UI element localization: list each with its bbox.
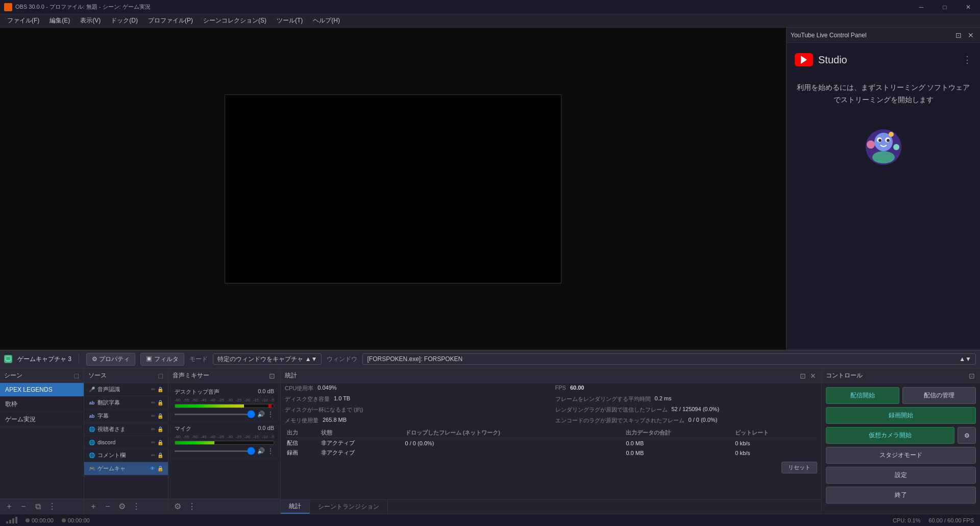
stats-tab-statistics[interactable]: 統計	[281, 500, 310, 514]
youtube-close-button[interactable]: ✕	[966, 30, 976, 40]
filter-button[interactable]: ▣ フィルタ	[140, 353, 184, 366]
mode-label: モード	[189, 355, 208, 364]
lock-icon[interactable]: 🔒	[157, 386, 164, 393]
edit-icon[interactable]: ✏	[151, 452, 156, 459]
desktop-audio-level	[175, 404, 274, 408]
output-table: 出力 状態 ドロップしたフレーム (ネットワーク) 出力データの合計 ビットレー…	[285, 428, 817, 458]
source-item-text1[interactable]: ab 翻訳字幕 ✏ 🔒	[84, 396, 168, 410]
lock-icon[interactable]: 🔒	[157, 426, 164, 433]
edit-icon[interactable]: ✏	[151, 439, 156, 446]
youtube-message: 利用を始めるには、まずストリーミング ソフトウェアでストリーミングを開始します	[795, 82, 972, 106]
add-source-button[interactable]: +	[87, 500, 100, 513]
audio-panel-expand[interactable]: ⊡	[268, 372, 276, 380]
visibility-icon[interactable]: 👁	[150, 465, 156, 472]
minimize-button[interactable]: ─	[910, 0, 933, 14]
menu-file[interactable]: ファイル(F)	[2, 15, 44, 26]
mic-audio-slider[interactable]	[175, 450, 255, 452]
lock-icon[interactable]: 🔒	[157, 452, 164, 459]
window-dropdown[interactable]: [FORSPOKEN.exe]: FORSPOKEN ▲▼	[362, 353, 976, 365]
duplicate-scene-button[interactable]: ⧉	[32, 500, 44, 513]
stats-tab-transition[interactable]: シーントランジション	[310, 500, 388, 514]
source-item-browser1[interactable]: 🌐 視聴者さま ✏ 🔒	[84, 423, 168, 436]
disk-label: ディスク空き容量	[285, 395, 330, 403]
start-recording-button[interactable]: 録画開始	[826, 407, 976, 424]
source-panel-expand[interactable]: □	[158, 372, 164, 380]
maximize-button[interactable]: □	[933, 0, 957, 14]
controls-expand-button[interactable]: ⊡	[968, 372, 976, 380]
settings-button[interactable]: 設定	[826, 467, 976, 484]
controls-panel-title: コントロール	[826, 371, 968, 380]
menu-edit[interactable]: 編集(E)	[44, 15, 75, 26]
mic-mute-button[interactable]: 🔊	[257, 447, 265, 455]
edit-icon[interactable]: ✏	[151, 413, 156, 419]
menu-dock[interactable]: ドック(D)	[106, 15, 143, 26]
controls-body: 配信開始 配信の管理 録画開始 仮想カメラ開始 ⚙ スタジオモード 設定 終了	[822, 383, 980, 514]
mic-audio-more[interactable]: ⋮	[267, 447, 274, 455]
source-item-audio[interactable]: 🎤 音声認識 ✏ 🔒	[84, 383, 168, 396]
remove-scene-button[interactable]: −	[17, 500, 30, 513]
svg-point-5	[878, 139, 881, 142]
scene-more-button[interactable]: ⋮	[46, 500, 58, 513]
menu-help[interactable]: ヘルプ(H)	[308, 15, 345, 26]
desktop-audio-track: デスクトップ音声 0.0 dB -60-55-50-45-40-35-30-25…	[170, 385, 278, 422]
youtube-menu-button[interactable]: ⋮	[963, 54, 972, 65]
close-button[interactable]: ✕	[957, 0, 980, 14]
lock-icon[interactable]: 🔒	[157, 413, 164, 419]
scene-item[interactable]: APEX LEGENDS	[0, 383, 84, 397]
desktop-audio-more[interactable]: ⋮	[267, 410, 274, 418]
menu-scene-collection[interactable]: シーンコレクション(S)	[198, 15, 272, 26]
manage-streaming-button[interactable]: 配信の管理	[902, 387, 976, 404]
source-item-comment[interactable]: 🌐 コメント欄 ✏ 🔒	[84, 449, 168, 462]
scene-item[interactable]: 歌枠	[0, 397, 84, 412]
desktop-audio-slider[interactable]	[175, 414, 255, 415]
edit-icon[interactable]: ✏	[151, 399, 156, 406]
col-output: 出力	[285, 428, 319, 438]
audio-panel-footer: ⚙ ⋮	[168, 498, 280, 514]
lock-icon[interactable]: 🔒	[157, 399, 164, 406]
source-item-game[interactable]: 🎮 ゲームキャ 👁 🔒	[84, 462, 168, 475]
memory-value: 265.8 MB	[323, 417, 347, 424]
svg-rect-12	[6, 361, 10, 362]
audio-panel: 音声ミキサー ⊡ デスクトップ音声 0.0 dB -60-55-50-45-40…	[168, 369, 281, 514]
svg-point-6	[887, 139, 890, 142]
remove-source-button[interactable]: −	[102, 500, 114, 513]
scene-panel: シーン □ APEX LEGENDS 歌枠 ゲーム実況 + − ⧉ ⋮	[0, 369, 84, 514]
edit-icon[interactable]: ✏	[151, 386, 156, 393]
stats-close-button[interactable]: ✕	[809, 372, 817, 380]
exit-button[interactable]: 終了	[826, 487, 976, 504]
virtual-camera-settings-button[interactable]: ⚙	[958, 427, 976, 444]
scene-panel-expand[interactable]: □	[74, 372, 80, 380]
youtube-expand-button[interactable]: ⊡	[953, 30, 964, 40]
mode-dropdown[interactable]: 特定のウィンドウをキャプチャ ▲▼	[213, 353, 322, 365]
browser-icon: 🌐	[88, 452, 95, 459]
audio-gear-button[interactable]: ⚙	[172, 500, 184, 513]
properties-button[interactable]: ⚙ プロパティ	[86, 353, 135, 366]
stats-expand-button[interactable]: ⊡	[799, 372, 807, 380]
source-item-discord[interactable]: 🌐 discord ✏ 🔒	[84, 436, 168, 449]
menu-view[interactable]: 表示(V)	[75, 15, 106, 26]
record-dropped	[403, 448, 624, 458]
add-scene-button[interactable]: +	[3, 500, 15, 513]
audio-more-button[interactable]: ⋮	[186, 500, 198, 513]
studio-mode-button[interactable]: スタジオモード	[826, 447, 976, 464]
scene-panel-footer: + − ⧉ ⋮	[0, 498, 84, 514]
start-streaming-button[interactable]: 配信開始	[826, 387, 899, 404]
source-more-button[interactable]: ⋮	[130, 500, 142, 513]
table-row: 録画 非アクティブ 0.0 MB 0 kb/s	[285, 448, 817, 458]
encode-lag-label: エンコードのラグが原因でスキップされたフレーム	[555, 417, 684, 424]
menu-profile[interactable]: プロファイル(P)	[143, 15, 198, 26]
stats-tabs: 統計 シーントランジション	[281, 499, 821, 514]
desktop-mute-button[interactable]: 🔊	[257, 411, 265, 418]
virtual-camera-button[interactable]: 仮想カメラ開始	[826, 427, 954, 444]
recording-time-value: 00:00:00	[68, 517, 90, 523]
scene-item[interactable]: ゲーム実況	[0, 412, 84, 427]
reset-stats-button[interactable]: リセット	[781, 462, 817, 473]
source-label: 翻訳字幕	[97, 399, 149, 407]
edit-icon[interactable]: ✏	[151, 426, 156, 433]
lock-icon[interactable]: 🔒	[157, 465, 164, 472]
source-item-text2[interactable]: ab 字幕 ✏ 🔒	[84, 410, 168, 423]
menubar: ファイル(F) 編集(E) 表示(V) ドック(D) プロファイル(P) シーン…	[0, 14, 980, 28]
source-properties-button[interactable]: ⚙	[116, 500, 128, 513]
menu-tools[interactable]: ツール(T)	[272, 15, 308, 26]
lock-icon[interactable]: 🔒	[157, 439, 164, 446]
